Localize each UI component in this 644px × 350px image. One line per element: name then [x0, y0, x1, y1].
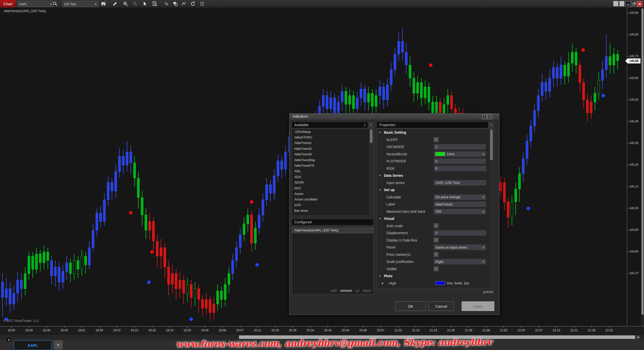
restore-icon[interactable]	[631, 1, 637, 7]
properties-scrollbar-thumb[interactable]	[490, 130, 493, 160]
plot-style-value[interactable]: Dot, Solid, 1px	[434, 281, 486, 286]
available-item[interactable]: OFA/Ninja	[292, 129, 373, 134]
available-item[interactable]: AbleTrendSig	[292, 157, 373, 163]
property-row[interactable]: Display in Data Box✔	[377, 237, 494, 244]
chart-menu-button[interactable]: Chart	[0, 0, 16, 8]
chart-style-icon[interactable]	[163, 1, 170, 7]
polyline-icon[interactable]	[181, 1, 187, 7]
property-row[interactable]: ▼Data Series	[377, 172, 494, 179]
property-input[interactable]: 0	[434, 230, 486, 236]
minimize-icon[interactable]	[625, 1, 631, 7]
brush-select[interactable]: Lime∨	[434, 151, 486, 157]
available-item[interactable]: AbleTrendTS	[292, 163, 373, 168]
available-item[interactable]: AbleTrend3	[292, 152, 373, 157]
property-input[interactable]: 2	[434, 144, 486, 150]
checkbox[interactable]: ✔	[434, 223, 438, 228]
property-row[interactable]: ASCMODE2	[377, 143, 494, 151]
available-item[interactable]: ADXR	[292, 180, 373, 185]
close-icon[interactable]	[637, 1, 642, 7]
tab-scroll-icon[interactable]: ◀	[7, 338, 11, 341]
property-input[interactable]: AAPL (150 Tick)	[434, 180, 486, 186]
property-row[interactable]: PanelSame as input series∨	[377, 244, 494, 251]
property-row[interactable]: LabelAbleTrend1	[377, 201, 494, 208]
available-item[interactable]: AbleSTARC	[292, 134, 373, 140]
add-tab-button[interactable]: +	[54, 340, 63, 349]
available-item[interactable]: ADL	[292, 168, 373, 174]
panels-icon[interactable]	[172, 1, 179, 7]
property-row[interactable]: Scale justificationRight∨	[377, 258, 494, 265]
preset-link[interactable]: preset	[290, 290, 493, 294]
property-input[interactable]: AbleTrend1	[434, 201, 486, 207]
instrument-select[interactable]: AAPL∨	[17, 1, 54, 7]
zoom-in-icon[interactable]	[122, 1, 129, 7]
price-axis[interactable]: 145,90145,80145,70145,60145,50145,40145,…	[627, 8, 641, 326]
property-row[interactable]: RISK8	[377, 165, 494, 172]
property-input[interactable]: 0	[434, 158, 486, 164]
property-row[interactable]: ▼Plots	[377, 272, 494, 280]
scroll-right-arrow-icon[interactable]: ▶	[636, 335, 640, 339]
list-icon[interactable]	[199, 1, 205, 7]
time-axis[interactable]: 18:3018:3418:3918:4418:5118:5419:0219:10…	[0, 326, 644, 335]
panel-light-icon[interactable]	[619, 1, 624, 6]
panel-light-icon[interactable]	[613, 1, 618, 6]
property-row[interactable]: PLOTMODE0	[377, 158, 494, 165]
collapse-triangle-icon[interactable]: ▼	[379, 174, 381, 177]
configured-list[interactable]: AbleTrend1(AAPL (150 Tick)) addremoveupd…	[292, 226, 374, 294]
configured-item-selected[interactable]: AbleTrend1(AAPL (150 Tick))	[292, 227, 373, 233]
close-icon[interactable]: X	[488, 115, 492, 119]
available-item[interactable]: ADX	[292, 174, 373, 180]
dialog-titlebar[interactable]: Indicators ? X	[290, 114, 499, 120]
vertical-scrollbar[interactable]	[641, 8, 644, 326]
checkbox[interactable]: ✔	[434, 252, 438, 257]
property-input[interactable]: 8	[434, 166, 486, 171]
vertical-scrollbar-thumb[interactable]	[641, 9, 643, 314]
available-item[interactable]: APZ	[292, 185, 373, 191]
checkbox[interactable]: ✔	[434, 238, 438, 242]
available-item[interactable]: AbleTrend1	[292, 140, 373, 146]
property-select[interactable]: Right∨	[434, 259, 486, 264]
properties-scrollbar[interactable]	[490, 129, 493, 288]
property-select[interactable]: 256∨	[434, 209, 486, 214]
cancel-button[interactable]: Cancel	[428, 301, 454, 311]
property-row[interactable]: Input seriesAAPL (150 Tick)	[377, 179, 494, 187]
property-row[interactable]: ▼Basic Setting	[377, 129, 494, 136]
apply-button[interactable]: Apply	[462, 301, 494, 311]
reload-icon[interactable]	[190, 1, 196, 7]
property-row[interactable]: ALERT✔	[377, 136, 494, 144]
ok-button[interactable]: OK	[395, 301, 426, 311]
expand-triangle-icon[interactable]: ▶	[382, 282, 384, 285]
checkbox[interactable]: ✔	[434, 266, 438, 271]
available-item[interactable]: Bar timer	[292, 208, 373, 213]
property-row[interactable]: NeutralBrushLime∨	[377, 151, 494, 158]
property-row[interactable]: Maximum bars look back256∨	[377, 208, 494, 215]
cursor-icon[interactable]	[141, 1, 148, 7]
info-icon[interactable]: i	[364, 123, 365, 127]
search-icon[interactable]	[52, 1, 58, 7]
tab-aapl[interactable]: AAPL	[14, 340, 52, 350]
help-icon[interactable]: ?	[482, 115, 487, 119]
available-item[interactable]: AbleTrend2	[292, 146, 373, 151]
available-item[interactable]: Aroon	[292, 191, 373, 196]
checkbox[interactable]: ✔	[434, 137, 438, 142]
property-row[interactable]: ▼Set up	[377, 186, 494, 194]
available-scrollbar[interactable]	[369, 129, 373, 215]
candles-icon[interactable]	[100, 1, 107, 7]
available-list[interactable]: OFA/NinjaAbleSTARCAbleTrend1AbleTrend2Ab…	[292, 129, 374, 216]
property-select[interactable]: Same as input series∨	[434, 244, 486, 250]
collapse-triangle-icon[interactable]: ▼	[379, 131, 381, 134]
available-item[interactable]: ATR	[292, 202, 373, 208]
available-scrollbar-thumb[interactable]	[370, 130, 373, 143]
property-row[interactable]: Displacement0	[377, 229, 494, 237]
available-item[interactable]: Aroon oscillator	[292, 197, 373, 202]
property-select[interactable]: On price change∨	[434, 194, 486, 200]
available-scroll-arrows[interactable]: ▲▼	[369, 122, 374, 128]
collapse-triangle-icon[interactable]: ▼	[379, 189, 381, 191]
collapse-triangle-icon[interactable]: ▼	[379, 275, 381, 277]
property-row[interactable]: Visible✔	[377, 265, 494, 273]
property-row[interactable]: CalculateOn price change∨	[377, 194, 494, 201]
property-row[interactable]: ▼Visual	[377, 215, 494, 222]
collapse-triangle-icon[interactable]: ▼	[379, 217, 381, 220]
pencil-icon[interactable]	[112, 1, 118, 7]
property-row[interactable]: ▶HighDot, Solid, 1px	[377, 280, 494, 287]
properties-scroll-arrows[interactable]: ▲▼	[489, 122, 494, 128]
